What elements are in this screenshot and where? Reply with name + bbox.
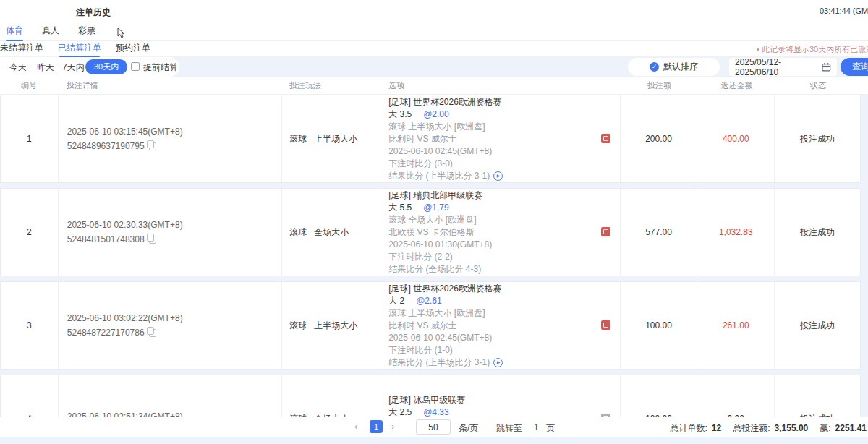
option-cell: [足球] 冰岛甲级联赛 大 2.5@4.33 滚球 全场大小 [欧洲盘] 富佐尼…: [383, 375, 620, 417]
main-tabs: 体育 真人 彩票: [0, 22, 868, 41]
copy-icon[interactable]: [149, 236, 156, 244]
bet-status: 投注成功: [775, 375, 860, 417]
range-today[interactable]: 今天: [9, 61, 27, 74]
bet-detail-cell: 2025-06-10 03:15:45(GMT+8) 5248489637190…: [59, 95, 282, 182]
total-count-label: 总计单数:: [671, 423, 707, 433]
teams: 北欧联 VS 卡尔伯格斯: [388, 226, 619, 239]
market: 滚球 上半场大小 [欧洲盘]: [388, 307, 619, 320]
row-number: 1: [1, 95, 59, 182]
header-payout: 返还金额: [698, 77, 775, 94]
option-cell: [足球] 世界杯2026欧洲资格赛 大 3.5@2.00 滚球 上半场大小 [欧…: [383, 95, 620, 182]
bet-detail-cell: 2025-06-10 02:30:33(GMT+8) 5248481501748…: [59, 189, 282, 276]
bet-amount: 200.00: [621, 95, 698, 182]
bet-status: 投注成功: [775, 189, 860, 276]
tab-live[interactable]: 真人: [42, 22, 59, 41]
jump-to-label: 跳转至: [496, 422, 522, 435]
table-body: 1 2025-06-10 03:15:45(GMT+8) 52484896371…: [0, 95, 868, 417]
option-cell: [足球] 瑞典北部甲级联赛 大 5.5@1.79 滚球 全场大小 [欧洲盘] 北…: [383, 189, 620, 276]
header-amount: 投注额: [621, 77, 698, 94]
jump-page-value[interactable]: 1: [534, 422, 539, 432]
order-id: 5248481501748308: [67, 234, 145, 244]
payout-amount: 1,032.83: [697, 189, 775, 276]
bet-play-cell: 滚球 上半场大小: [282, 282, 383, 369]
match-time: 2025-06-10 02:45(GMT+8): [388, 145, 619, 158]
teams: 比利时 VS 威尔士: [388, 320, 619, 332]
table-row: 3 2025-06-10 03:02:22(GMT+8) 52484872271…: [0, 281, 861, 370]
tab-sports[interactable]: 体育: [6, 22, 23, 41]
bet-score: 下注时比分 (3-0): [388, 158, 619, 170]
subtab-unsettled[interactable]: 未结算注单: [0, 41, 43, 57]
page-word-label: 页: [546, 422, 555, 435]
page-1-button[interactable]: 1: [370, 420, 383, 433]
range-7days[interactable]: 7天内: [62, 61, 85, 74]
bet-detail-cell: 2025-06-10 03:02:22(GMT+8) 5248487227170…: [59, 282, 282, 369]
copy-icon[interactable]: [149, 142, 156, 150]
subtab-reserved[interactable]: 预约注单: [116, 41, 150, 57]
bet-amount: 577.00: [621, 189, 698, 276]
pick: 大 2.5: [388, 407, 412, 417]
option-cell: [足球] 世界杯2026欧洲资格赛 大 2@2.61 滚球 上半场大小 [欧洲盘…: [383, 282, 620, 369]
pick: 大 5.5: [388, 202, 412, 213]
early-settle-checkbox[interactable]: [131, 62, 140, 71]
replay-icon[interactable]: ▶: [493, 358, 503, 367]
record-notice: • 此记录将显示30天内所有已派彩的注: [757, 44, 868, 55]
row-gap: [0, 276, 868, 281]
bet-score: 下注时比分 (2-2): [388, 251, 619, 263]
result-score: 结果比分 (全场比分 4-3): [388, 263, 481, 276]
bet-amount: 100.00: [621, 375, 698, 417]
row-gap: [0, 183, 868, 188]
subtab-settled[interactable]: 已结算注单: [58, 41, 101, 57]
range-30days-active[interactable]: 30天内: [85, 59, 127, 74]
row-gap: [0, 370, 868, 375]
date-range-group: 今天 昨天 7天内 30天内 提前结算: [0, 57, 179, 77]
sort-label: 默认排序: [663, 61, 698, 73]
bet-time: 2025-06-10 02:51:34(GMT+8): [67, 411, 281, 417]
payout-amount: 261.00: [697, 282, 775, 369]
result-score: 结果比分 (上半场比分 3-1): [388, 170, 490, 182]
total-stake-value: 3,155.00: [775, 423, 809, 433]
match-time: 2025-06-10 02:45(GMT+8): [388, 332, 619, 344]
total-stake-label: 总投注额:: [733, 423, 770, 433]
query-button[interactable]: 查询: [841, 58, 868, 76]
header-option: 选项: [383, 77, 621, 94]
total-count-value: 12: [712, 423, 721, 433]
page-size-input[interactable]: [416, 419, 451, 435]
bet-time: 2025-06-10 03:15:45(GMT+8): [67, 127, 281, 137]
market: 滚球 上半场大小 [欧洲盘]: [388, 121, 619, 133]
odds: @4.33: [423, 407, 449, 417]
range-yesterday[interactable]: 昨天: [37, 61, 54, 74]
result-score: 结果比分 (上半场比分 3-1): [388, 357, 490, 369]
sub-tabs: 未结算注单 已结算注单 预约注单 • 此记录将显示30天内所有已派彩的注: [0, 41, 868, 57]
row-number: 3: [1, 282, 59, 369]
table-row: 4 2025-06-10 02:51:34(GMT+8) 滚球 全场大小 [足球…: [0, 375, 861, 417]
league-name: [足球] 世界杯2026欧洲资格赛: [388, 283, 619, 295]
replay-icon[interactable]: ▶: [493, 171, 503, 181]
win-label: 赢:: [820, 423, 830, 433]
table-header: 编号 投注详情 投注玩法 选项 投注额 返还金额 状态: [0, 77, 868, 95]
bet-play-cell: 滚球 全场大小: [282, 375, 383, 417]
bet-amount: 100.00: [621, 282, 698, 369]
sort-dropdown[interactable]: ✓ 默认排序: [628, 58, 720, 76]
odds: @2.00: [423, 109, 449, 119]
bet-detail-cell: 2025-06-10 02:51:34(GMT+8): [59, 375, 282, 417]
next-page-button[interactable]: ›: [391, 421, 394, 432]
header-no: 编号: [0, 77, 58, 94]
bet-play-cell: 滚球 全场大小: [282, 189, 383, 276]
bet-score: 下注时比分 (1-0): [388, 344, 619, 357]
bet-play-cell: 滚球 上半场大小: [282, 95, 383, 182]
odds: @1.79: [423, 202, 449, 213]
league-name: [足球] 瑞典北部甲级联赛: [388, 189, 619, 202]
tab-lottery[interactable]: 彩票: [78, 22, 95, 41]
row-number: 4: [1, 375, 59, 417]
live-badge-icon: [601, 134, 610, 143]
win-value: 2251.41: [835, 423, 867, 433]
copy-icon[interactable]: [149, 329, 156, 337]
prev-page-button[interactable]: ‹: [354, 421, 357, 432]
mouse-cursor-icon: [117, 28, 126, 38]
date-range-picker[interactable]: 2025/05/12-2025/06/10: [729, 58, 837, 76]
per-page-label: 条/页: [459, 422, 478, 435]
header-play: 投注玩法: [282, 77, 383, 94]
order-id: 5248487227170786: [67, 328, 145, 338]
payout-amount: 0.00: [697, 375, 775, 417]
top-bar: 注单历史 03:41:44 (GMT: [0, 0, 868, 22]
